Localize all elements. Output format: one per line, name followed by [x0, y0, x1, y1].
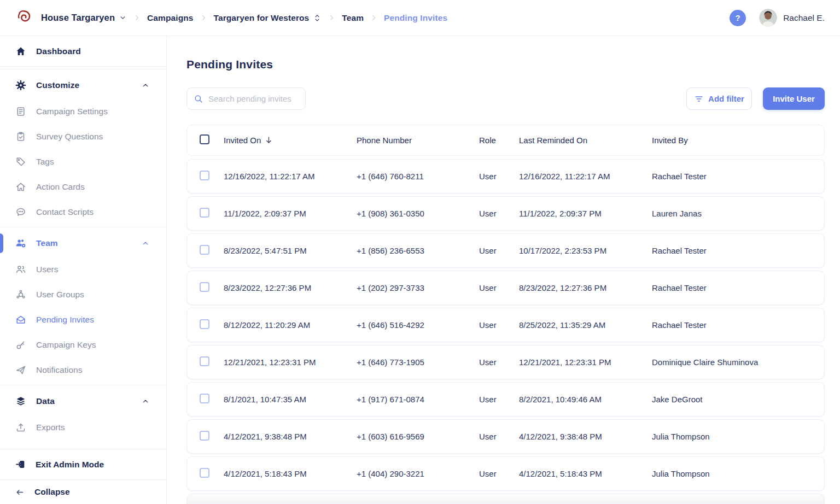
- sidebar-item-notifications[interactable]: Notifications: [0, 358, 166, 383]
- sort-desc-arrow-icon: [264, 136, 273, 145]
- filter-icon: [694, 94, 704, 104]
- column-header-last-reminded-on[interactable]: Last Reminded On: [519, 136, 652, 145]
- cell-phone-number: +1 (646) 516-4292: [357, 320, 479, 330]
- search-input[interactable]: [208, 94, 299, 103]
- row-checkbox[interactable]: [200, 282, 209, 292]
- sidebar-item-campaign-keys[interactable]: Campaign Keys: [0, 332, 166, 358]
- breadcrumb-campaigns[interactable]: Campaigns: [147, 13, 193, 23]
- sidebar-item-campaign-settings[interactable]: Campaign Settings: [0, 99, 166, 124]
- invite-user-button[interactable]: Invite User: [763, 87, 825, 110]
- cell-invited-on: 8/12/2022, 11:20:29 AM: [224, 320, 357, 330]
- sidebar-item-contact-scripts[interactable]: Contact Scripts: [0, 200, 166, 225]
- table-row[interactable]: 8/1/2021, 10:47:35 AM +1 (917) 671-0874 …: [186, 382, 825, 417]
- org-switcher[interactable]: House Targaryen: [41, 13, 127, 23]
- user-menu[interactable]: Rachael E.: [759, 9, 825, 27]
- app-window: House Targaryen Campaigns Targaryen for …: [0, 0, 840, 504]
- cell-invited-by: Julia Thompson: [652, 469, 815, 478]
- cell-role: User: [479, 395, 519, 404]
- avatar: [759, 9, 777, 27]
- table-row[interactable]: 8/23/2022, 12:27:36 PM +1 (202) 297-3733…: [186, 271, 825, 305]
- cell-role: User: [479, 172, 519, 181]
- breadcrumb-campaign-switcher[interactable]: Targaryen for Westeros: [214, 13, 322, 23]
- table-row[interactable]: 4/12/2021, 5:18:43 PM +1 (404) 290-3221 …: [186, 456, 825, 491]
- column-header-invited-on[interactable]: Invited On: [224, 136, 357, 145]
- collapse-sidebar-button[interactable]: Collapse: [0, 479, 166, 504]
- exit-icon: [15, 459, 26, 470]
- pending-invites-table: Invited On Phone Number Role Last Remind…: [186, 125, 825, 504]
- table-row[interactable]: 12/21/2021, 12:23:31 PM +1 (646) 773-190…: [186, 345, 825, 379]
- table-row-partial: [186, 494, 825, 504]
- sidebar-item-exports[interactable]: Exports: [0, 415, 166, 440]
- cell-invited-on: 12/21/2021, 12:23:31 PM: [224, 358, 357, 367]
- cell-invited-by: Jake DeGroot: [652, 395, 815, 404]
- chat-icon: [15, 207, 26, 218]
- row-checkbox[interactable]: [200, 245, 209, 255]
- collapse-label: Collapse: [34, 487, 70, 497]
- layers-icon: [15, 396, 26, 407]
- cell-role: User: [479, 209, 519, 218]
- clipboard-check-icon: [15, 131, 26, 142]
- sidebar-item-label: Dashboard: [36, 46, 81, 56]
- cell-invited-on: 4/12/2021, 9:38:48 PM: [224, 432, 357, 441]
- table-row[interactable]: 8/23/2022, 5:47:51 PM +1 (856) 236-6553 …: [186, 233, 825, 268]
- table-header-row: Invited On Phone Number Role Last Remind…: [186, 125, 825, 156]
- document-icon: [15, 106, 26, 117]
- add-filter-button[interactable]: Add filter: [686, 87, 752, 110]
- cell-last-reminded-on: 4/12/2021, 5:18:43 PM: [519, 469, 652, 478]
- sidebar-item-tags[interactable]: Tags: [0, 149, 166, 174]
- column-header-invited-by[interactable]: Invited By: [652, 136, 815, 145]
- home-icon: [15, 46, 26, 57]
- gear-icon: [15, 80, 26, 91]
- column-header-role[interactable]: Role: [479, 136, 519, 145]
- sidebar-item-action-cards[interactable]: Action Cards: [0, 174, 166, 200]
- table-row[interactable]: 11/1/2022, 2:09:37 PM +1 (908) 361-0350 …: [186, 196, 825, 231]
- exit-admin-mode-button[interactable]: Exit Admin Mode: [0, 449, 166, 479]
- sidebar-section-data[interactable]: Data: [0, 388, 166, 415]
- chevron-right-icon: [200, 14, 208, 22]
- sidebar-item-users[interactable]: Users: [0, 257, 166, 282]
- sidebar-item-pending-invites[interactable]: Pending Invites: [0, 307, 166, 332]
- table-row[interactable]: 12/16/2022, 11:22:17 AM +1 (646) 760-821…: [186, 159, 825, 194]
- sidebar-item-dashboard[interactable]: Dashboard: [0, 36, 166, 66]
- sidebar-section-team[interactable]: Team: [0, 230, 166, 257]
- cell-last-reminded-on: 11/1/2022, 2:09:37 PM: [519, 209, 652, 218]
- table-row[interactable]: 8/12/2022, 11:20:29 AM +1 (646) 516-4292…: [186, 308, 825, 342]
- cell-invited-by: Lauren Janas: [652, 209, 815, 218]
- cell-invited-on: 8/23/2022, 5:47:51 PM: [224, 246, 357, 255]
- cell-phone-number: +1 (908) 361-0350: [357, 209, 479, 218]
- upload-icon: [15, 422, 26, 433]
- row-checkbox[interactable]: [200, 208, 209, 218]
- cell-last-reminded-on: 10/17/2022, 2:23:53 PM: [519, 246, 652, 255]
- table-row[interactable]: 4/12/2021, 9:38:48 PM +1 (603) 616-9569 …: [186, 419, 825, 454]
- top-header: House Targaryen Campaigns Targaryen for …: [0, 0, 840, 36]
- sidebar-sections: Customize Campaign Settings Survey Quest…: [0, 69, 166, 465]
- cell-last-reminded-on: 8/2/2021, 10:49:46 AM: [519, 395, 652, 404]
- chevron-up-icon[interactable]: [141, 81, 150, 90]
- cell-phone-number: +1 (646) 773-1905: [357, 358, 479, 367]
- cell-invited-on: 12/16/2022, 11:22:17 AM: [224, 172, 357, 181]
- row-checkbox[interactable]: [200, 431, 209, 441]
- sidebar-item-survey-questions[interactable]: Survey Questions: [0, 124, 166, 149]
- row-checkbox[interactable]: [200, 394, 209, 403]
- sidebar-section-customize[interactable]: Customize: [0, 72, 166, 99]
- cell-phone-number: +1 (202) 297-3733: [357, 283, 479, 292]
- chevron-up-icon[interactable]: [141, 397, 150, 406]
- breadcrumb-campaign-name: Targaryen for Westeros: [214, 13, 310, 23]
- unfold-more-icon: [313, 14, 322, 22]
- help-label: ?: [736, 13, 740, 22]
- row-checkbox[interactable]: [200, 356, 209, 366]
- row-checkbox[interactable]: [200, 319, 209, 329]
- row-checkbox[interactable]: [200, 468, 209, 478]
- breadcrumb-pending-invites[interactable]: Pending Invites: [384, 13, 447, 23]
- sidebar-item-user-groups[interactable]: User Groups: [0, 282, 166, 307]
- column-header-phone-number[interactable]: Phone Number: [357, 136, 479, 145]
- cell-invited-by: Rachael Tester: [652, 246, 815, 255]
- help-button[interactable]: ?: [730, 10, 746, 26]
- breadcrumb-team[interactable]: Team: [342, 13, 364, 23]
- cell-role: User: [479, 432, 519, 441]
- row-checkbox[interactable]: [200, 171, 209, 180]
- select-all-checkbox[interactable]: [200, 134, 209, 144]
- cell-invited-on: 8/23/2022, 12:27:36 PM: [224, 283, 357, 292]
- chevron-up-icon[interactable]: [141, 239, 150, 248]
- arrow-left-icon: [15, 488, 25, 497]
